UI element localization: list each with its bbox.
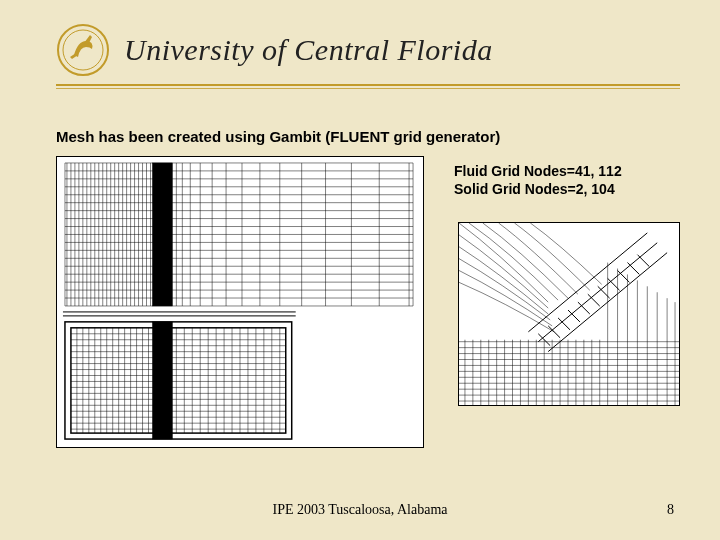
svg-point-1 [63, 30, 103, 70]
mesh-figure-zoom [458, 222, 680, 406]
svg-line-122 [637, 255, 649, 267]
ucf-logo [56, 23, 110, 77]
mesh-figure-full [56, 156, 424, 448]
mesh-zoom-svg [459, 223, 679, 405]
slide-header: University of Central Florida [56, 18, 680, 82]
svg-line-121 [627, 263, 639, 275]
grid-node-info: Fluid Grid Nodes=41, 112 Solid Grid Node… [454, 162, 622, 198]
svg-rect-62 [65, 322, 292, 439]
svg-point-0 [58, 25, 108, 75]
fluid-nodes-label: Fluid Grid Nodes=41, 112 [454, 162, 622, 180]
page-number: 8 [667, 502, 674, 518]
mesh-full-svg [57, 157, 423, 447]
solid-nodes-label: Solid Grid Nodes=2, 104 [454, 180, 622, 198]
footer-conference: IPE 2003 Tuscaloosa, Alabama [0, 502, 720, 518]
svg-rect-94 [152, 322, 172, 439]
university-title: University of Central Florida [124, 33, 493, 67]
pegasus-logo-icon [56, 23, 110, 77]
mesh-caption: Mesh has been created using Gambit (FLUE… [56, 128, 500, 145]
header-underline [56, 84, 680, 90]
